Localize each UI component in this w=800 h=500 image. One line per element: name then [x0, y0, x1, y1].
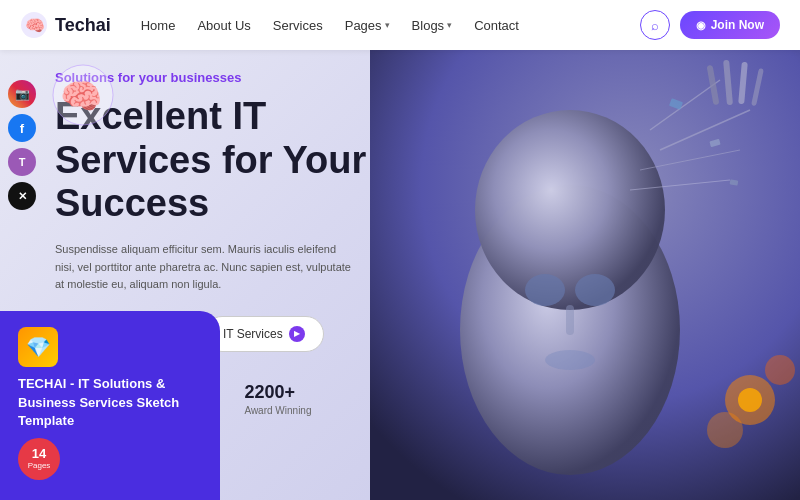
brain-logo-icon: 🧠	[20, 11, 48, 39]
nav-contact[interactable]: Contact	[474, 18, 519, 33]
svg-point-17	[738, 388, 762, 412]
brain-float-icon: 🧠	[48, 60, 118, 130]
hero-description: Suspendisse aliquam efficitur sem. Mauri…	[55, 241, 355, 294]
logo[interactable]: 🧠 Techai	[20, 11, 111, 39]
svg-point-6	[575, 274, 615, 306]
search-button[interactable]: ⌕	[640, 10, 670, 40]
instagram-icon[interactable]: 📷	[8, 80, 36, 108]
facebook-icon[interactable]: f	[8, 114, 36, 142]
svg-rect-7	[566, 305, 574, 335]
social-sidebar: 📷 f T ✕	[8, 80, 36, 210]
nav-pages[interactable]: Pages ▾	[345, 18, 390, 33]
svg-point-8	[545, 350, 595, 370]
pages-badge: 14 Pages	[18, 438, 60, 480]
join-now-button[interactable]: ◉ Join Now	[680, 11, 780, 39]
search-icon: ⌕	[651, 18, 659, 33]
nav-services[interactable]: Services	[273, 18, 323, 33]
join-icon: ◉	[696, 19, 706, 32]
nav-links: Home About Us Services Pages ▾ Blogs ▾ C…	[141, 18, 640, 33]
overlay-card: 💎 TECHAI - IT Solutions & Business Servi…	[0, 311, 220, 500]
svg-text:🧠: 🧠	[60, 76, 103, 117]
svg-point-5	[525, 274, 565, 306]
nav-blogs[interactable]: Blogs ▾	[412, 18, 453, 33]
stat-award: 2200+ Award Winning	[244, 382, 311, 416]
nav-home[interactable]: Home	[141, 18, 176, 33]
nav-about[interactable]: About Us	[197, 18, 250, 33]
pages-chevron-icon: ▾	[385, 20, 390, 30]
svg-text:🧠: 🧠	[25, 16, 45, 35]
circle-arrow-icon: ▶	[289, 326, 305, 342]
overlay-title: TECHAI - IT Solutions & Business Service…	[18, 375, 202, 430]
sketch-icon: 💎	[18, 327, 58, 367]
hero-section: 📷 f T ✕ 🧠 Solutions for your businesses …	[0, 50, 800, 500]
twitch-icon[interactable]: T	[8, 148, 36, 176]
svg-point-19	[707, 412, 743, 448]
navbar: 🧠 Techai Home About Us Services Pages ▾ …	[0, 0, 800, 50]
it-services-button[interactable]: IT Services ▶	[204, 316, 324, 352]
blogs-chevron-icon: ▾	[447, 20, 452, 30]
svg-point-4	[475, 110, 665, 310]
nav-actions: ⌕ ◉ Join Now	[640, 10, 780, 40]
x-icon[interactable]: ✕	[8, 182, 36, 210]
svg-point-18	[765, 355, 795, 385]
logo-text: Techai	[55, 15, 111, 36]
